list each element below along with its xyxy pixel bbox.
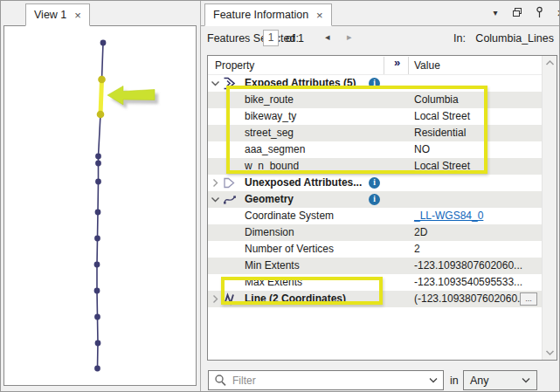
table-row-coordinate-system[interactable]: Coordinate System _LL-WGS84_0 [208, 208, 542, 224]
expand-columns-icon[interactable]: » [385, 56, 408, 69]
chevron-down-icon[interactable] [211, 79, 220, 88]
tab-view-1[interactable]: View 1 × [25, 3, 90, 26]
highlight-rectangle-line [221, 277, 383, 305]
in-label: In: [453, 32, 466, 45]
info-icon[interactable]: i [369, 177, 380, 189]
chevron-down-icon[interactable] [429, 377, 438, 383]
filter-scope-dropdown[interactable]: Any [463, 370, 537, 390]
property-value: 2 [414, 241, 420, 258]
chevron-down-icon[interactable] [211, 195, 220, 204]
highlight-rectangle-attributes [226, 86, 487, 174]
close-icon[interactable]: × [554, 5, 560, 19]
chevron-down-icon[interactable]: ▾ [488, 5, 502, 19]
table-row-geometry[interactable]: Geometry i [208, 191, 542, 208]
scroll-up-icon[interactable] [545, 59, 555, 66]
feature-count-label: of 1 [286, 32, 304, 45]
property-value: (-123.1093807602060... [414, 291, 526, 307]
chevron-down-icon [522, 377, 530, 383]
geometry-icon [223, 193, 237, 206]
vertical-scrollbar[interactable] [542, 56, 557, 360]
feature-info-tab-label: Feature Information [213, 9, 308, 21]
pin-icon[interactable] [532, 5, 546, 19]
panel-divider[interactable] [200, 1, 201, 392]
property-name: Dimension [245, 224, 294, 241]
property-name: Coordinate System [245, 208, 334, 224]
dataset-name: Columbia_Lines [475, 32, 554, 45]
dataset-indicator: In: Columbia_Lines [453, 32, 554, 45]
group-label: Unexposed Attributes... [245, 175, 362, 191]
property-name: Min Extents [245, 258, 300, 274]
previous-feature-icon[interactable]: ◂ [325, 31, 330, 43]
table-header: Property » Value [208, 56, 542, 75]
filter-input[interactable] [232, 375, 429, 387]
unexposed-attributes-icon [223, 176, 237, 189]
filter-scope-value: Any [470, 375, 489, 387]
property-value: -123.1093540595533... [414, 274, 522, 291]
info-icon[interactable]: i [369, 194, 380, 205]
table-row-number-of-vertices[interactable]: Number of Vertices 2 [208, 241, 542, 258]
next-feature-icon[interactable]: ▸ [347, 31, 352, 43]
close-icon[interactable]: × [74, 10, 81, 21]
scroll-down-icon[interactable] [545, 349, 555, 356]
tab-feature-information[interactable]: Feature Information × [204, 3, 332, 26]
table-row-dimension[interactable]: Dimension 2D [208, 224, 542, 241]
search-icon [214, 374, 227, 387]
float-window-icon[interactable] [510, 5, 524, 19]
close-icon[interactable]: × [316, 10, 323, 21]
expand-value-button[interactable]: ... [520, 292, 537, 306]
coordinate-system-link[interactable]: _LL-WGS84_0 [414, 208, 483, 224]
panel-window-controls: ▾ × [488, 5, 560, 19]
table-row-min-extents[interactable]: Min Extents -123.1093807602060... [208, 258, 542, 274]
chevron-right-icon[interactable] [211, 294, 220, 304]
property-value: -123.1093807602060... [414, 258, 522, 274]
property-name: Number of Vertices [245, 241, 334, 258]
filter-in-label: in [450, 375, 459, 387]
map-canvas[interactable] [4, 26, 196, 385]
chevron-right-icon[interactable] [211, 178, 220, 188]
application-window: { "icons": { "close": "×", "dropdown": "… [0, 0, 560, 392]
selected-feature-index[interactable]: 1 [263, 30, 279, 46]
table-row-unexposed-attributes[interactable]: Unexposed Attributes... i [208, 175, 542, 191]
property-value: 2D [414, 224, 427, 241]
map-view[interactable] [3, 25, 197, 386]
view-tab-label: View 1 [34, 9, 66, 21]
value-column-header[interactable]: Value [414, 59, 440, 72]
filter-combobox[interactable] [208, 370, 444, 390]
group-label: Geometry [245, 191, 294, 208]
property-column-header[interactable]: Property [215, 59, 254, 72]
